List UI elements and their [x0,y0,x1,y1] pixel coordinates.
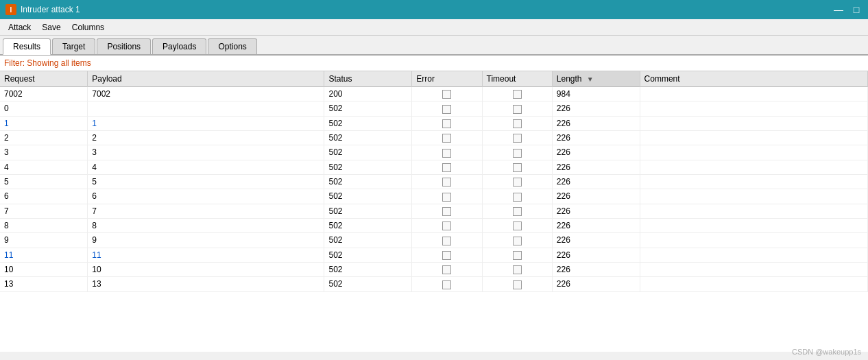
timeout-checkbox[interactable] [513,221,522,230]
error-checkbox[interactable] [442,178,451,187]
cell-status: 502 [324,174,412,189]
timeout-checkbox[interactable] [513,280,522,289]
table-header-row: Request Payload Status Error Timeout Len… [0,71,868,87]
cell-error [412,262,482,276]
cell-status: 502 [324,218,412,232]
payload-link[interactable]: 1 [92,119,97,128]
cell-payload: 2 [88,130,324,145]
cell-error [412,101,482,116]
table-row[interactable]: 22502226 [0,130,868,145]
error-checkbox[interactable] [442,193,451,202]
title-bar-left: I Intruder attack 1 [5,4,80,15]
error-checkbox[interactable] [442,280,451,289]
cell-timeout [482,233,552,248]
tab-results[interactable]: Results [3,38,51,55]
maximize-button[interactable]: □ [850,4,863,15]
cell-payload: 10 [88,262,324,276]
table-row[interactable]: 1010502226 [0,262,868,276]
timeout-checkbox[interactable] [513,149,522,158]
table-row[interactable]: 0502226 [0,101,868,116]
cell-length: 226 [552,233,640,248]
cell-length: 226 [552,248,640,262]
error-checkbox[interactable] [442,105,451,114]
results-table: Request Payload Status Error Timeout Len… [0,71,868,292]
cell-comment [640,174,867,189]
error-checkbox[interactable] [442,149,451,158]
tab-payloads[interactable]: Payloads [152,38,206,54]
col-header-length[interactable]: Length ▼ [552,71,640,87]
table-row[interactable]: 77502226 [0,204,868,218]
cell-request: 5 [0,174,88,189]
timeout-checkbox[interactable] [513,119,522,128]
cell-timeout [482,248,552,262]
timeout-checkbox[interactable] [513,207,522,216]
error-checkbox[interactable] [442,134,451,143]
cell-payload [88,101,324,116]
request-link[interactable]: 11 [4,250,13,260]
tab-positions[interactable]: Positions [97,38,151,54]
results-table-container[interactable]: Request Payload Status Error Timeout Len… [0,71,868,352]
minimize-button[interactable]: — [832,4,845,15]
col-header-comment[interactable]: Comment [640,71,867,87]
menu-attack[interactable]: Attack [3,21,36,34]
col-header-timeout[interactable]: Timeout [482,71,552,87]
cell-request: 8 [0,218,88,232]
timeout-checkbox[interactable] [513,163,522,172]
cell-length: 226 [552,160,640,174]
tab-target[interactable]: Target [52,38,95,54]
cell-payload: 6 [88,189,324,204]
cell-timeout [482,130,552,145]
cell-error [412,160,482,174]
error-checkbox[interactable] [442,251,451,260]
table-row[interactable]: 11502226 [0,116,868,130]
table-row[interactable]: 55502226 [0,174,868,189]
cell-length: 984 [552,87,640,101]
cell-comment [640,160,867,174]
timeout-checkbox[interactable] [513,178,522,187]
tab-options[interactable]: Options [208,38,256,54]
table-row[interactable]: 70027002200984 [0,87,868,101]
error-checkbox[interactable] [442,237,451,245]
col-header-payload[interactable]: Payload [88,71,324,87]
table-row[interactable]: 33502226 [0,145,868,160]
table-row[interactable]: 1111502226 [0,248,868,262]
timeout-checkbox[interactable] [513,251,522,260]
col-header-status[interactable]: Status [324,71,412,87]
timeout-checkbox[interactable] [513,134,522,143]
table-row[interactable]: 88502226 [0,218,868,232]
cell-status: 502 [324,145,412,160]
table-row[interactable]: 1313502226 [0,277,868,291]
cell-comment [640,233,867,248]
request-link[interactable]: 1 [4,119,9,128]
table-row[interactable]: 44502226 [0,160,868,174]
col-header-error[interactable]: Error [412,71,482,87]
table-row[interactable]: 99502226 [0,233,868,248]
error-checkbox[interactable] [442,90,451,99]
cell-status: 502 [324,160,412,174]
timeout-checkbox[interactable] [513,193,522,202]
error-checkbox[interactable] [442,221,451,230]
timeout-checkbox[interactable] [513,90,522,99]
cell-timeout [482,174,552,189]
tabs-bar: Results Target Positions Payloads Option… [0,36,868,56]
cell-comment [640,189,867,204]
cell-status: 502 [324,262,412,276]
menu-columns[interactable]: Columns [67,21,110,34]
cell-error [412,116,482,130]
cell-request: 4 [0,160,88,174]
menu-save[interactable]: Save [36,21,66,34]
timeout-checkbox[interactable] [513,105,522,114]
cell-request: 1 [0,116,88,130]
payload-link[interactable]: 11 [92,250,101,260]
cell-timeout [482,204,552,218]
table-row[interactable]: 66502226 [0,189,868,204]
col-header-request[interactable]: Request [0,71,88,87]
timeout-checkbox[interactable] [513,265,522,274]
window-title: Intruder attack 1 [21,5,80,14]
timeout-checkbox[interactable] [513,237,522,245]
error-checkbox[interactable] [442,265,451,274]
error-checkbox[interactable] [442,207,451,216]
error-checkbox[interactable] [442,163,451,172]
cell-timeout [482,262,552,276]
error-checkbox[interactable] [442,119,451,128]
